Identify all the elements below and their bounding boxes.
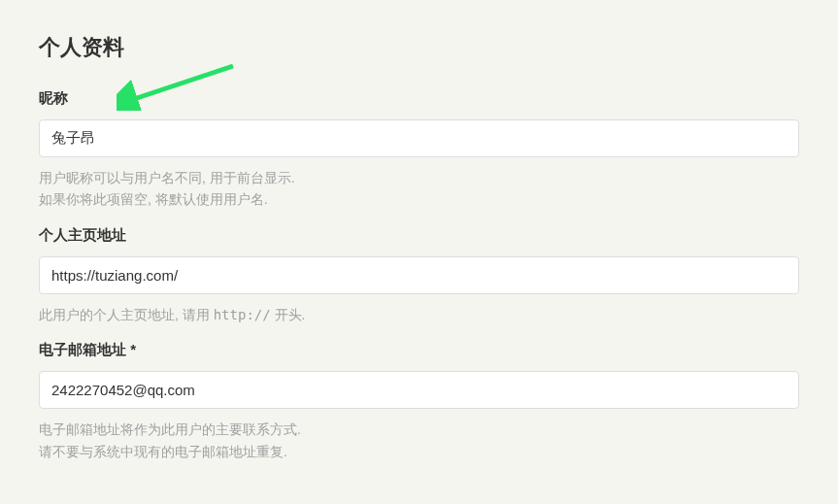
homepage-input[interactable]: [39, 256, 799, 294]
homepage-label: 个人主页地址: [39, 226, 799, 245]
homepage-help-prefix: 此用户的个人主页地址, 请用: [39, 307, 214, 322]
nickname-help-line1: 用户昵称可以与用户名不同, 用于前台显示.: [39, 167, 799, 188]
homepage-help-suffix: 开头.: [271, 307, 306, 322]
nickname-help: 用户昵称可以与用户名不同, 用于前台显示. 如果你将此项留空, 将默认使用用户名…: [39, 167, 799, 211]
homepage-group: 个人主页地址 此用户的个人主页地址, 请用 http:// 开头.: [39, 226, 799, 325]
email-input[interactable]: [39, 371, 799, 409]
homepage-help-code: http://: [214, 307, 271, 322]
nickname-group: 昵称 用户昵称可以与用户名不同, 用于前台显示. 如果你将此项留空, 将默认使用…: [39, 89, 799, 211]
homepage-help: 此用户的个人主页地址, 请用 http:// 开头.: [39, 304, 799, 325]
email-help: 电子邮箱地址将作为此用户的主要联系方式. 请不要与系统中现有的电子邮箱地址重复.: [39, 419, 799, 462]
email-help-line2: 请不要与系统中现有的电子邮箱地址重复.: [39, 441, 799, 462]
nickname-label: 昵称: [39, 89, 799, 108]
email-help-line1: 电子邮箱地址将作为此用户的主要联系方式.: [39, 419, 799, 440]
email-group: 电子邮箱地址 * 电子邮箱地址将作为此用户的主要联系方式. 请不要与系统中现有的…: [39, 341, 799, 462]
nickname-help-line2: 如果你将此项留空, 将默认使用用户名.: [39, 188, 799, 210]
email-label: 电子邮箱地址 *: [39, 341, 799, 359]
nickname-input[interactable]: [39, 119, 799, 157]
section-title: 个人资料: [39, 33, 799, 62]
